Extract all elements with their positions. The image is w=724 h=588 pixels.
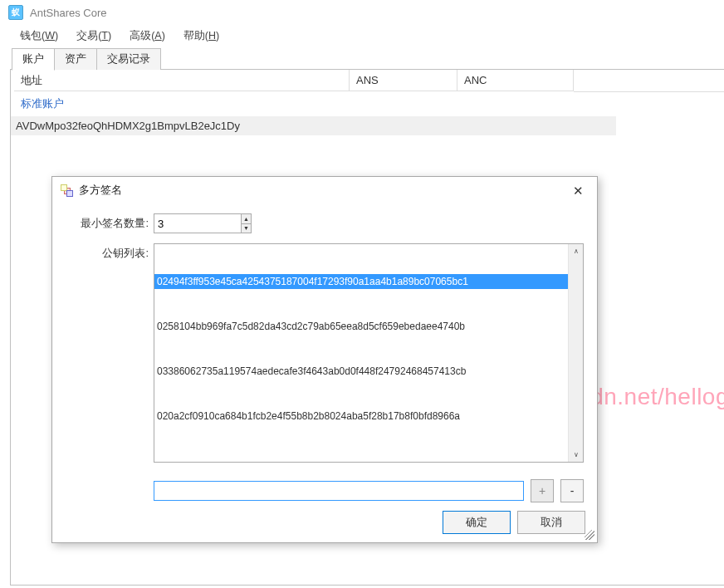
menu-wallet[interactable]: 钱包(W) [20,29,58,43]
min-sig-input-wrap: ▲ ▼ [154,213,252,233]
min-sig-label: 最小签名数量: [66,213,149,231]
remove-button[interactable]: - [560,479,584,502]
multisig-dialog: 多方签名 ✕ 最小签名数量: ▲ ▼ 公钥列表: 02494f3ff953e45… [51,176,598,543]
ok-button[interactable]: 确定 [443,511,511,534]
scroll-down-icon[interactable]: ∨ [569,448,583,462]
main-tabs: 账户 资产 交易记录 [0,47,724,70]
min-sig-spinner: ▲ ▼ [241,214,251,233]
spin-up-icon[interactable]: ▲ [242,214,251,224]
pubkey-input[interactable] [154,481,524,501]
tab-accounts[interactable]: 账户 [12,48,55,71]
group-standard-account: 标准账户 [11,91,724,116]
accounts-columns: 地址 ANS ANC [11,70,724,91]
resize-grip-icon[interactable] [585,530,594,540]
listbox-scrollbar[interactable]: ∧ ∨ [568,244,583,462]
dialog-title: 多方签名 [79,183,122,198]
add-button[interactable]: + [531,479,554,502]
list-item[interactable]: 02494f3ff953e45ca4254375187004f17293f90a… [154,274,568,289]
table-row[interactable]: AVDwMpo32feoQhHDMX2g1BmpvLB2eJc1Dy [11,116,616,135]
col-ans-header[interactable]: ANS [350,70,457,91]
titlebar: 蚁 AntShares Core [0,0,724,25]
menu-trade[interactable]: 交易(T) [76,29,111,43]
menubar: 钱包(W) 交易(T) 高级(A) 帮助(H) [0,25,724,47]
col-anc-header[interactable]: ANC [457,70,574,91]
app-title: AntShares Core [30,7,107,19]
menu-advanced[interactable]: 高级(A) [130,29,165,43]
list-item[interactable]: 020a2cf0910ca684b1fcb2e4f55b8b2b8024aba5… [154,409,568,424]
list-item[interactable]: 03386062735a119574aedecafe3f4643ab0d0f44… [154,364,568,379]
pubkey-listbox[interactable]: 02494f3ff953e45ca4254375187004f17293f90a… [154,243,584,463]
scroll-up-icon[interactable]: ∧ [569,244,583,258]
list-item[interactable]: 0258104bb969fa7c5d82da43cd2c79ab65eea8d5… [154,319,568,334]
tab-assets[interactable]: 资产 [54,48,97,70]
spin-down-icon[interactable]: ▼ [242,224,251,233]
app-icon: 蚁 [8,5,23,20]
min-sig-input[interactable] [154,214,241,233]
dialog-titlebar[interactable]: 多方签名 ✕ [52,177,597,203]
col-address-header[interactable]: 地址 [14,70,350,91]
tab-tx-records[interactable]: 交易记录 [96,48,161,70]
cancel-button[interactable]: 取消 [517,511,585,534]
close-icon[interactable]: ✕ [568,181,589,200]
menu-help[interactable]: 帮助(H) [183,29,219,43]
dialog-icon [61,184,72,196]
pubkey-list-label: 公钥列表: [66,243,149,261]
